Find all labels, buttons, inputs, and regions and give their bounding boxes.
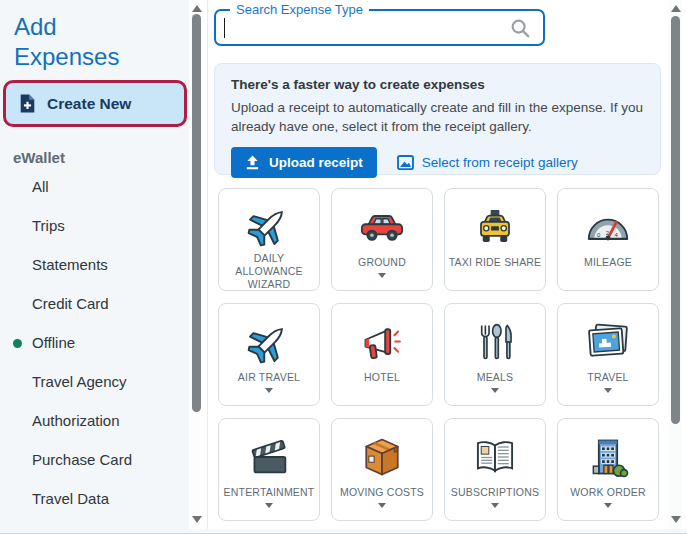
faster-way-banner: There's a faster way to create expenses … — [214, 63, 661, 175]
chevron-down-icon[interactable] — [491, 388, 499, 393]
search-icon[interactable] — [509, 17, 531, 39]
tile-hotel[interactable]: HOTEL — [331, 303, 433, 406]
sidebar-item-create-new[interactable]: Create New — [3, 80, 187, 127]
sidebar-item-travel-agency[interactable]: Travel Agency — [0, 371, 189, 395]
page-title: Add Expenses — [14, 12, 149, 72]
upload-icon — [245, 155, 260, 170]
tile-travel[interactable]: TRAVEL — [557, 303, 659, 406]
search-input[interactable] — [222, 13, 502, 42]
offline-status-dot — [13, 339, 22, 348]
tile-subscriptions[interactable]: SUBSCRIPTIONS — [444, 418, 546, 521]
airplane-icon — [246, 317, 292, 367]
content-divider — [207, 0, 208, 534]
add-expenses-dialog: Add Expenses Create New eWallet All Trip… — [0, 0, 687, 534]
select-from-gallery-link[interactable]: Select from receipt gallery — [397, 155, 578, 170]
sidebar-item-statements[interactable]: Statements — [0, 254, 189, 278]
chevron-down-icon[interactable] — [265, 388, 273, 393]
scroll-up-arrow-icon[interactable] — [671, 5, 681, 12]
clapperboard-icon — [247, 432, 291, 482]
building-icon — [586, 432, 630, 482]
upload-receipt-button[interactable]: Upload receipt — [231, 147, 377, 178]
tile-mileage[interactable]: MILEAGE — [557, 188, 659, 291]
chevron-down-icon[interactable] — [265, 503, 273, 508]
taxi-icon — [474, 202, 516, 252]
expense-type-grid: DAILY ALLOWANCE WIZARD GROUND TAXI RIDE … — [218, 188, 659, 521]
ewallet-section-header: eWallet — [13, 149, 65, 166]
sidebar-item-travel-data[interactable]: Travel Data — [0, 488, 189, 512]
tile-daily-allowance-wizard[interactable]: DAILY ALLOWANCE WIZARD — [218, 188, 320, 291]
text-cursor — [224, 18, 225, 38]
chevron-down-icon[interactable] — [378, 503, 386, 508]
cutlery-icon — [473, 317, 517, 367]
scroll-down-arrow-icon[interactable] — [671, 516, 681, 523]
sidebar-item-purchase-card[interactable]: Purchase Card — [0, 449, 189, 473]
sidebar: Add Expenses Create New eWallet All Trip… — [0, 0, 189, 534]
main-scrollbar[interactable] — [669, 0, 682, 534]
sidebar-item-credit-card[interactable]: Credit Card — [0, 293, 189, 317]
car-icon — [360, 202, 404, 252]
sidebar-scrollbar[interactable] — [191, 0, 202, 534]
tile-ground[interactable]: GROUND — [331, 188, 433, 291]
search-field: Search Expense Type — [214, 9, 545, 46]
chevron-down-icon[interactable] — [378, 273, 386, 278]
sidebar-item-offline[interactable]: Offline — [0, 332, 189, 356]
moving-box-icon — [361, 432, 403, 482]
tile-meals[interactable]: MEALS — [444, 303, 546, 406]
banner-body: Upload a receipt to automatically create… — [231, 98, 649, 136]
tile-moving-costs[interactable]: MOVING COSTS — [331, 418, 433, 521]
dialog-bottom-edge — [0, 529, 687, 533]
scroll-up-arrow-icon[interactable] — [192, 5, 202, 12]
gauge-icon — [586, 202, 630, 252]
image-gallery-icon — [397, 155, 414, 170]
create-new-label: Create New — [47, 95, 131, 113]
chevron-down-icon[interactable] — [604, 388, 612, 393]
chevron-down-icon[interactable] — [491, 503, 499, 508]
tile-air-travel[interactable]: AIR TRAVEL — [218, 303, 320, 406]
sidebar-scrollbar-thumb[interactable] — [192, 14, 201, 412]
framed-picture-icon — [586, 317, 630, 367]
airplane-icon — [246, 202, 292, 248]
sidebar-item-trips[interactable]: Trips — [0, 215, 189, 239]
tile-taxi-ride-share[interactable]: TAXI RIDE SHARE — [444, 188, 546, 291]
tile-work-order[interactable]: WORK ORDER — [557, 418, 659, 521]
open-book-icon — [472, 432, 518, 482]
main-scrollbar-thumb[interactable] — [671, 16, 680, 424]
sidebar-item-authorization[interactable]: Authorization — [0, 410, 189, 434]
scroll-down-arrow-icon[interactable] — [192, 516, 202, 523]
megaphone-icon — [360, 317, 404, 367]
sidebar-item-all[interactable]: All — [0, 176, 189, 200]
chevron-down-icon[interactable] — [604, 503, 612, 508]
document-plus-icon — [19, 93, 36, 114]
banner-title: There's a faster way to create expenses — [231, 77, 644, 92]
tile-entertainment[interactable]: ENTERTAINMENT — [218, 418, 320, 521]
